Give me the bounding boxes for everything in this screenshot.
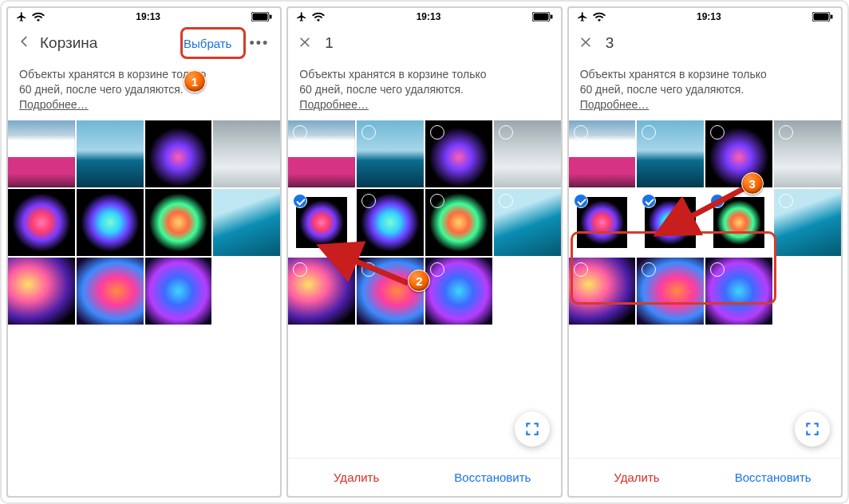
trash-info: Объекты хранятся в корзине только 60 дне…: [8, 61, 280, 120]
delete-button[interactable]: Удалить: [569, 459, 705, 496]
photo-grid: [569, 120, 841, 325]
page-title: Корзина: [40, 34, 97, 52]
info-line2: 60 дней, после чего удаляются.: [19, 83, 184, 96]
restore-button[interactable]: Восстановить: [424, 459, 561, 496]
photo-thumb-selected[interactable]: [637, 189, 704, 256]
photo-thumb-selected[interactable]: [705, 189, 772, 256]
photo-thumb[interactable]: [357, 189, 424, 256]
selection-count: 3: [601, 34, 614, 52]
photo-thumb[interactable]: [8, 120, 75, 187]
airplane-icon: [16, 11, 27, 22]
learn-more-link[interactable]: Подробнее…: [299, 98, 369, 111]
info-line1: Объекты хранятся в корзине только: [299, 68, 486, 81]
photo-thumb[interactable]: [569, 120, 636, 187]
select-ring-icon: [293, 262, 307, 277]
select-ring-icon: [499, 194, 513, 208]
photo-thumb[interactable]: [774, 120, 841, 187]
photo-thumb[interactable]: [569, 258, 636, 325]
back-icon[interactable]: [14, 33, 35, 53]
screen-2: 19:13 1 Объекты хранятся в корзине тольк…: [286, 6, 562, 498]
header: 3: [569, 26, 841, 61]
checkmark-icon: [710, 194, 725, 208]
svg-rect-4: [533, 14, 548, 21]
photo-thumb[interactable]: [145, 258, 212, 325]
fullscreen-fab[interactable]: [795, 411, 830, 447]
photo-thumb[interactable]: [288, 258, 355, 325]
photo-thumb[interactable]: [77, 189, 144, 256]
header: 1: [288, 26, 560, 61]
photo-thumb-selected[interactable]: [569, 189, 636, 256]
select-ring-icon: [574, 125, 588, 140]
selection-count: 1: [320, 34, 334, 52]
header: Корзина Выбрать •••: [8, 26, 280, 61]
svg-rect-5: [551, 15, 553, 19]
select-ring-icon: [293, 125, 307, 140]
svg-rect-1: [253, 14, 268, 21]
info-line1: Объекты хранятся в корзине только: [19, 68, 206, 81]
select-ring-icon: [361, 125, 376, 140]
checkmark-icon: [574, 194, 588, 208]
select-button[interactable]: Выбрать: [176, 33, 239, 53]
photo-thumb[interactable]: [213, 120, 280, 187]
delete-button[interactable]: Удалить: [288, 459, 424, 496]
photo-thumb[interactable]: [637, 120, 704, 187]
status-bar: 19:13: [288, 8, 560, 26]
more-icon[interactable]: •••: [244, 35, 274, 52]
select-ring-icon: [430, 194, 444, 208]
action-bar: Удалить Восстановить: [288, 458, 560, 496]
checkmark-icon: [293, 194, 307, 208]
photo-thumb[interactable]: [705, 120, 772, 187]
battery-icon: [812, 12, 833, 22]
photo-thumb[interactable]: [145, 120, 212, 187]
photo-thumb[interactable]: [774, 189, 841, 256]
select-ring-icon: [779, 125, 793, 140]
select-ring-icon: [499, 125, 513, 140]
svg-rect-2: [270, 15, 272, 19]
photo-grid: [288, 120, 560, 325]
photo-thumb[interactable]: [213, 189, 280, 256]
select-ring-icon: [361, 194, 376, 208]
status-bar: 19:13: [569, 8, 841, 26]
restore-button[interactable]: Восстановить: [705, 459, 841, 496]
wifi-icon: [312, 12, 325, 22]
photo-thumb[interactable]: [357, 120, 424, 187]
status-time: 19:13: [136, 11, 160, 22]
annotation-badge-3: 3: [741, 172, 764, 195]
info-line2: 60 дней, после чего удаляются.: [580, 83, 744, 96]
select-ring-icon: [710, 125, 725, 140]
trash-info: Объекты хранятся в корзине только 60 дне…: [288, 61, 560, 120]
photo-thumb[interactable]: [145, 189, 212, 256]
photo-thumb[interactable]: [705, 258, 772, 325]
photo-thumb[interactable]: [425, 258, 492, 325]
photo-thumb[interactable]: [77, 120, 144, 187]
photo-thumb[interactable]: [425, 189, 492, 256]
wifi-icon: [593, 12, 606, 22]
battery-icon: [532, 12, 553, 22]
svg-rect-8: [831, 15, 833, 19]
photo-grid: [8, 120, 280, 325]
select-ring-icon: [430, 125, 444, 140]
photo-thumb[interactable]: [8, 189, 75, 256]
learn-more-link[interactable]: Подробнее…: [19, 98, 89, 111]
photo-thumb[interactable]: [8, 258, 75, 325]
select-ring-icon: [779, 194, 793, 208]
info-line1: Объекты хранятся в корзине только: [580, 68, 767, 81]
photo-thumb-selected[interactable]: [288, 189, 355, 256]
photo-thumb[interactable]: [637, 258, 704, 325]
close-icon[interactable]: [294, 34, 315, 53]
wifi-icon: [32, 12, 45, 22]
photo-thumb[interactable]: [288, 120, 355, 187]
photo-thumb[interactable]: [494, 120, 561, 187]
photo-thumb[interactable]: [77, 258, 144, 325]
select-ring-icon: [361, 262, 376, 277]
select-ring-icon: [430, 262, 444, 277]
learn-more-link[interactable]: Подробнее…: [580, 98, 650, 111]
photo-thumb[interactable]: [494, 189, 561, 256]
status-bar: 19:13: [8, 8, 280, 26]
annotation-badge-1: 1: [184, 70, 206, 93]
photo-thumb[interactable]: [425, 120, 492, 187]
close-icon[interactable]: [575, 34, 596, 53]
select-ring-icon: [710, 262, 725, 277]
action-bar: Удалить Восстановить: [569, 458, 841, 496]
fullscreen-fab[interactable]: [515, 411, 550, 447]
